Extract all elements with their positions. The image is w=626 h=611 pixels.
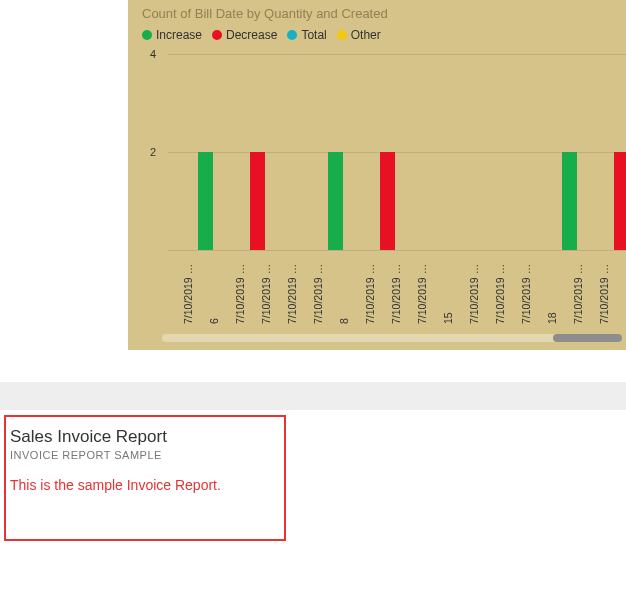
- report-body-text: This is the sample Invoice Report.: [10, 477, 276, 493]
- legend-label: Total: [301, 28, 326, 42]
- legend-label: Increase: [156, 28, 202, 42]
- legend-swatch-icon: [287, 30, 297, 40]
- legend-other[interactable]: Other: [337, 28, 381, 42]
- chart-scrollbar[interactable]: [162, 334, 622, 342]
- legend-swatch-icon: [337, 30, 347, 40]
- chart-container: Count of Bill Date by Quantity and Creat…: [128, 0, 626, 350]
- legend-label: Other: [351, 28, 381, 42]
- legend-increase[interactable]: Increase: [142, 28, 202, 42]
- bar-decrease[interactable]: [614, 152, 626, 250]
- gridline: [168, 54, 626, 55]
- report-tile[interactable]: Sales Invoice Report INVOICE REPORT SAMP…: [4, 415, 286, 541]
- yaxis-tick-label: 2: [150, 146, 156, 158]
- chart-xaxis-labels: 7/10/2019 …67/10/2019 …7/10/2019 …7/10/2…: [168, 254, 626, 324]
- legend-label: Decrease: [226, 28, 277, 42]
- bar-decrease[interactable]: [250, 152, 265, 250]
- bar-decrease[interactable]: [380, 152, 395, 250]
- bar-increase[interactable]: [328, 152, 343, 250]
- gridline-baseline: [168, 250, 626, 251]
- yaxis-tick-label: 4: [150, 48, 156, 60]
- legend-decrease[interactable]: Decrease: [212, 28, 277, 42]
- bar-increase[interactable]: [198, 152, 213, 250]
- chart-title: Count of Bill Date by Quantity and Creat…: [142, 6, 388, 21]
- legend-swatch-icon: [212, 30, 222, 40]
- section-divider-band: [0, 382, 626, 410]
- chart-scroll-thumb[interactable]: [553, 334, 622, 342]
- legend-swatch-icon: [142, 30, 152, 40]
- gridline: [168, 152, 626, 153]
- report-title: Sales Invoice Report: [10, 427, 276, 447]
- bar-increase[interactable]: [562, 152, 577, 250]
- legend-total[interactable]: Total: [287, 28, 326, 42]
- report-subtitle: INVOICE REPORT SAMPLE: [10, 449, 276, 461]
- chart-legend: IncreaseDecreaseTotalOther: [142, 28, 389, 42]
- chart-plot: 24: [168, 54, 626, 250]
